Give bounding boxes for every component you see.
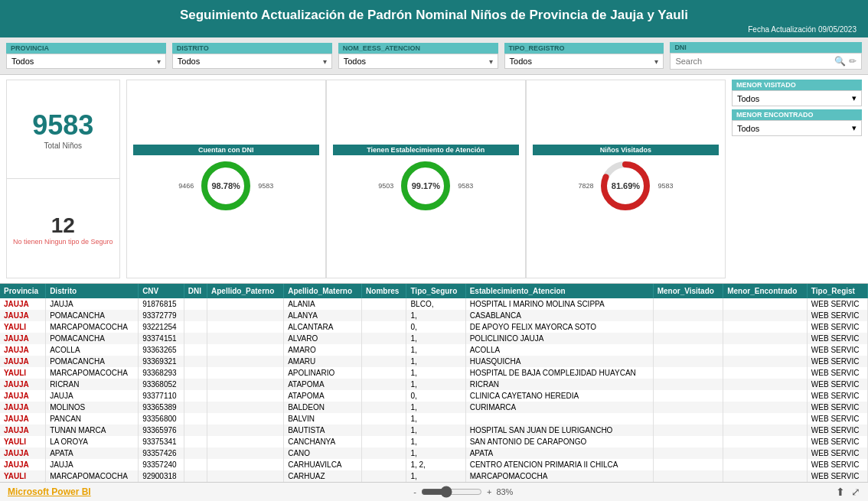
menor-encontrado-select[interactable]: Todos ▾	[732, 120, 862, 136]
cell-distrito: MOLINOS	[46, 402, 139, 413]
search-input[interactable]	[675, 57, 831, 66]
table-row[interactable]: YAULI LA OROYA 93375341 CANCHANYA 1, SAN…	[0, 436, 868, 447]
cell-tipo-registro: WEB SERVIC	[807, 390, 867, 402]
cell-cnv: 93369321	[139, 356, 184, 367]
edit-icon[interactable]: ✏	[849, 56, 857, 67]
col-ap-materno: Apellido_Materno	[284, 284, 362, 298]
table-row[interactable]: JAUJA ACOLLA 93363265 AMARO 1, ACOLLA WE…	[0, 344, 868, 356]
cell-ap-paterno	[207, 447, 284, 459]
tipo-registro-filter: TIPO_REGISTRO Todos ▾	[504, 43, 664, 69]
no-seguro-box: 12 No tienen Ningun tipo de Seguro	[7, 179, 119, 277]
cell-menor-encontrado	[723, 425, 808, 436]
table-row[interactable]: JAUJA POMACANCHA 93369321 AMARU 1, HUASQ…	[0, 356, 868, 367]
cell-tipo-registro: WEB SERVIC	[807, 321, 867, 333]
cell-ap-materno: AMARU	[284, 356, 362, 367]
table-row[interactable]: JAUJA JAUJA 93377110 ATAPOMA 0, CLINICA …	[0, 390, 868, 402]
cell-provincia: YAULI	[0, 436, 46, 447]
table-row[interactable]: JAUJA TUNAN MARCA 93365976 BAUTISTA 1, H…	[0, 425, 868, 436]
cell-ap-materno: ALCANTARA	[284, 321, 362, 333]
chart-estab-left: 9503	[378, 182, 393, 190]
cell-menor-visitado	[653, 425, 723, 436]
cell-nombres	[362, 310, 406, 321]
cell-ap-paterno	[207, 356, 284, 367]
stats-section: 9583 Total Niños 12 No tienen Ningun tip…	[0, 75, 868, 283]
cell-establecimiento: HOSPITAL SAN JUAN DE LURIGANCHO	[465, 425, 653, 436]
total-ninos-number: 9583	[32, 109, 93, 142]
cell-menor-visitado	[653, 321, 723, 333]
table-row[interactable]: JAUJA PANCAN 93356800 BALVIN 1, WEB SERV…	[0, 413, 868, 425]
powerbi-brand[interactable]: Microsoft Power BI	[8, 486, 91, 497]
table-row[interactable]: JAUJA APATA 93357426 CANO 1, APATA WEB S…	[0, 447, 868, 459]
cell-menor-encontrado	[723, 310, 808, 321]
cell-tipo-seguro: 1,	[406, 447, 465, 459]
chart-establecimiento-title: Tienen Establecimiento de Atención	[333, 145, 519, 155]
chart-establecimiento: Tienen Establecimiento de Atención 9503 …	[326, 80, 526, 278]
cell-ap-materno: ALANIA	[284, 298, 362, 310]
cell-establecimiento: RICRAN	[465, 379, 653, 390]
page-title: Seguimiento Actualización de Padrón Nomi…	[4, 8, 864, 23]
table-row[interactable]: JAUJA POMACANCHA 93374151 ALVARO 1, POLI…	[0, 333, 868, 344]
cell-nombres	[362, 379, 406, 390]
cell-menor-encontrado	[723, 390, 808, 402]
cell-tipo-registro: WEB SERVIC	[807, 310, 867, 321]
cell-menor-visitado	[653, 367, 723, 379]
cell-dni	[184, 447, 207, 459]
cell-ap-paterno	[207, 367, 284, 379]
col-menor-visitado: Menor_Visitado	[653, 284, 723, 298]
cell-ap-materno: BALDEON	[284, 402, 362, 413]
cell-ap-materno: CANO	[284, 447, 362, 459]
share-icon[interactable]: ⬆	[836, 486, 845, 498]
col-tipo-seguro: Tipo_Seguro	[406, 284, 465, 298]
header: Seguimiento Actualización de Padrón Nomi…	[0, 0, 868, 37]
zoom-plus-icon[interactable]: +	[487, 487, 491, 496]
cell-dni	[184, 379, 207, 390]
cell-menor-visitado	[653, 356, 723, 367]
footer-action-icons: ⬆ ⤢	[836, 486, 860, 498]
search-icon[interactable]: 🔍	[834, 56, 846, 67]
cell-tipo-registro: WEB SERVIC	[807, 379, 867, 390]
cell-distrito: MARCAPOMACOCHA	[46, 321, 139, 333]
distrito-select[interactable]: Todos ▾	[172, 54, 332, 69]
cell-ap-materno: ATAPOMA	[284, 379, 362, 390]
cell-ap-materno: CARHUAZ	[284, 470, 362, 482]
update-date: Fecha Actualización 09/05/2023	[4, 25, 864, 34]
cell-ap-paterno	[207, 413, 284, 425]
table-row[interactable]: JAUJA POMACANCHA 93372779 ALANYA 1, CASA…	[0, 310, 868, 321]
zoom-controls: - + 83%	[413, 486, 513, 498]
zoom-slider[interactable]	[421, 486, 482, 498]
chart-visitados-area: 7828 81.69% 9583	[578, 158, 673, 213]
cell-tipo-seguro: 1,	[406, 356, 465, 367]
menor-visitado-label: MENOR VISITADO	[732, 80, 862, 90]
provincia-select[interactable]: Todos ▾	[6, 54, 166, 69]
provincia-filter: PROVINCIA Todos ▾	[6, 43, 166, 69]
cell-cnv: 93375341	[139, 436, 184, 447]
tipo-registro-value: Todos	[510, 57, 532, 66]
nom-eess-select[interactable]: Todos ▾	[338, 54, 498, 69]
zoom-minus-icon[interactable]: -	[413, 487, 416, 496]
table-row[interactable]: JAUJA RICRAN 93368052 ATAPOMA 1, RICRAN …	[0, 379, 868, 390]
fullscreen-icon[interactable]: ⤢	[851, 486, 860, 498]
table-row[interactable]: YAULI MARCAPOMACOCHA 93221254 ALCANTARA …	[0, 321, 868, 333]
cell-menor-encontrado	[723, 402, 808, 413]
cell-provincia: JAUJA	[0, 402, 46, 413]
table-row[interactable]: JAUJA JAUJA 91876815 ALANIA BLCO, HOSPIT…	[0, 298, 868, 310]
cell-provincia: YAULI	[0, 321, 46, 333]
cell-dni	[184, 470, 207, 482]
tipo-registro-select[interactable]: Todos ▾	[504, 54, 664, 69]
table-row[interactable]: YAULI MARCAPOMACOCHA 92900318 CARHUAZ 1,…	[0, 470, 868, 482]
table-row[interactable]: JAUJA MOLINOS 93365389 BALDEON 1, CURIMA…	[0, 402, 868, 413]
table-row[interactable]: JAUJA JAUJA 93357240 CARHUAVILCA 1, 2, C…	[0, 459, 868, 470]
cell-cnv: 93368293	[139, 367, 184, 379]
tipo-registro-chevron-icon: ▾	[654, 57, 658, 66]
cell-establecimiento	[465, 413, 653, 425]
cell-tipo-seguro: 1,	[406, 367, 465, 379]
menor-visitado-select[interactable]: Todos ▾	[732, 90, 862, 106]
cell-menor-encontrado	[723, 344, 808, 356]
cell-dni	[184, 459, 207, 470]
table-row[interactable]: YAULI MARCAPOMACOCHA 93368293 APOLINARIO…	[0, 367, 868, 379]
cell-dni	[184, 310, 207, 321]
cell-tipo-registro: WEB SERVIC	[807, 436, 867, 447]
col-nombres: Nombres	[362, 284, 406, 298]
footer: Microsoft Power BI - + 83% ⬆ ⤢	[0, 482, 868, 501]
cell-menor-visitado	[653, 310, 723, 321]
